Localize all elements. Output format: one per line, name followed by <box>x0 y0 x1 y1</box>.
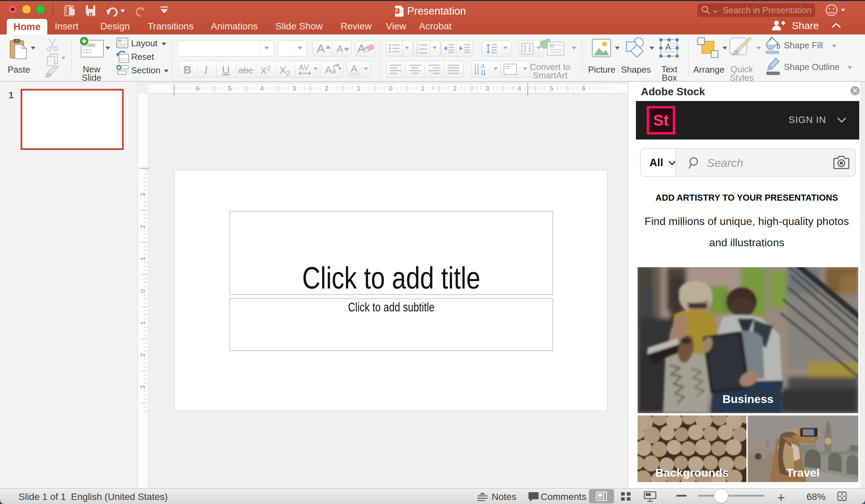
svg-text:3: 3 <box>416 51 418 55</box>
svg-text:2: 2 <box>416 47 418 51</box>
svg-text:A: A <box>481 63 485 70</box>
svg-text:P: P <box>395 9 398 13</box>
svg-text:1: 1 <box>416 43 418 47</box>
